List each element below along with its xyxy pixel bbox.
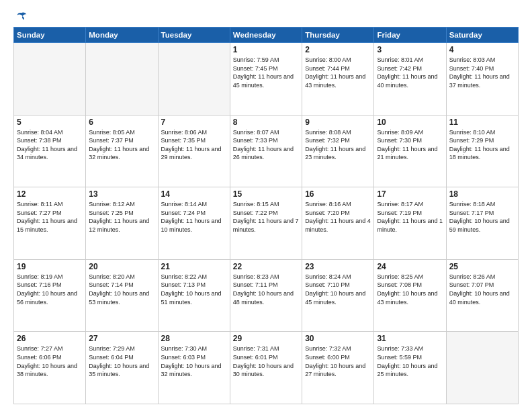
day-info: Sunrise: 7:33 AM Sunset: 5:59 PM Dayligh… (377, 345, 443, 378)
calendar-cell: 10Sunrise: 8:09 AM Sunset: 7:30 PM Dayli… (374, 115, 446, 187)
day-number: 12 (17, 189, 83, 199)
day-info: Sunrise: 8:17 AM Sunset: 7:19 PM Dayligh… (377, 200, 443, 234)
day-info: Sunrise: 8:24 AM Sunset: 7:10 PM Dayligh… (305, 273, 371, 306)
day-number: 14 (161, 189, 227, 199)
day-number: 11 (449, 118, 515, 127)
calendar-cell: 3Sunrise: 8:01 AM Sunset: 7:42 PM Daylig… (374, 43, 446, 116)
week-row-0: 1Sunrise: 7:59 AM Sunset: 7:45 PM Daylig… (14, 43, 519, 116)
day-info: Sunrise: 8:22 AM Sunset: 7:13 PM Dayligh… (161, 273, 227, 306)
calendar-cell: 23Sunrise: 8:24 AM Sunset: 7:10 PM Dayli… (302, 259, 374, 332)
day-header-thursday: Thursday (302, 28, 374, 43)
calendar-cell: 15Sunrise: 8:15 AM Sunset: 7:22 PM Dayli… (230, 187, 302, 260)
day-header-tuesday: Tuesday (158, 28, 230, 43)
day-header-wednesday: Wednesday (230, 28, 302, 43)
calendar-cell: 25Sunrise: 8:26 AM Sunset: 7:07 PM Dayli… (446, 259, 518, 332)
calendar-cell: 9Sunrise: 8:08 AM Sunset: 7:32 PM Daylig… (302, 115, 374, 187)
day-number: 23 (305, 262, 371, 271)
calendar-cell: 16Sunrise: 8:16 AM Sunset: 7:20 PM Dayli… (302, 187, 374, 260)
calendar-cell: 4Sunrise: 8:03 AM Sunset: 7:40 PM Daylig… (446, 43, 518, 116)
day-info: Sunrise: 8:25 AM Sunset: 7:08 PM Dayligh… (377, 273, 443, 306)
day-number: 22 (233, 262, 299, 271)
day-header-friday: Friday (374, 28, 446, 43)
calendar-cell: 5Sunrise: 8:04 AM Sunset: 7:38 PM Daylig… (14, 115, 86, 187)
day-number: 3 (377, 45, 443, 54)
day-number: 18 (449, 189, 515, 199)
day-number: 15 (233, 189, 299, 199)
calendar-cell: 14Sunrise: 8:14 AM Sunset: 7:24 PM Dayli… (158, 187, 230, 260)
calendar-cell: 29Sunrise: 7:31 AM Sunset: 6:01 PM Dayli… (230, 332, 302, 404)
day-info: Sunrise: 8:00 AM Sunset: 7:44 PM Dayligh… (305, 56, 371, 89)
day-info: Sunrise: 8:23 AM Sunset: 7:11 PM Dayligh… (233, 273, 299, 306)
day-number: 7 (161, 118, 227, 127)
calendar-cell: 30Sunrise: 7:32 AM Sunset: 6:00 PM Dayli… (302, 332, 374, 404)
day-header-monday: Monday (86, 28, 158, 43)
day-number: 24 (377, 262, 443, 271)
calendar-cell (14, 43, 86, 116)
day-info: Sunrise: 8:26 AM Sunset: 7:07 PM Dayligh… (449, 273, 515, 306)
day-number: 9 (305, 118, 371, 127)
day-number: 25 (449, 262, 515, 271)
day-number: 1 (233, 45, 299, 54)
day-info: Sunrise: 8:14 AM Sunset: 7:24 PM Dayligh… (161, 200, 227, 234)
day-number: 20 (89, 262, 154, 271)
calendar-cell: 18Sunrise: 8:18 AM Sunset: 7:17 PM Dayli… (446, 187, 518, 260)
logo (13, 11, 27, 21)
day-number: 10 (377, 118, 443, 127)
day-number: 13 (89, 189, 154, 199)
day-number: 4 (449, 45, 515, 54)
calendar-cell: 31Sunrise: 7:33 AM Sunset: 5:59 PM Dayli… (374, 332, 446, 404)
day-number: 2 (305, 45, 371, 54)
day-number: 27 (89, 334, 154, 343)
day-number: 21 (161, 262, 227, 271)
calendar-cell: 11Sunrise: 8:10 AM Sunset: 7:29 PM Dayli… (446, 115, 518, 187)
day-info: Sunrise: 8:19 AM Sunset: 7:16 PM Dayligh… (17, 273, 83, 306)
day-number: 19 (17, 262, 83, 271)
day-number: 17 (377, 189, 443, 199)
calendar-cell: 28Sunrise: 7:30 AM Sunset: 6:03 PM Dayli… (158, 332, 230, 404)
day-info: Sunrise: 7:31 AM Sunset: 6:01 PM Dayligh… (233, 345, 299, 378)
calendar-header-row: SundayMondayTuesdayWednesdayThursdayFrid… (14, 28, 519, 43)
day-info: Sunrise: 7:29 AM Sunset: 6:04 PM Dayligh… (89, 345, 154, 378)
day-info: Sunrise: 8:10 AM Sunset: 7:29 PM Dayligh… (449, 128, 515, 162)
calendar-cell: 19Sunrise: 8:19 AM Sunset: 7:16 PM Dayli… (14, 259, 86, 332)
day-info: Sunrise: 8:09 AM Sunset: 7:30 PM Dayligh… (377, 128, 443, 162)
day-info: Sunrise: 8:15 AM Sunset: 7:22 PM Dayligh… (233, 200, 299, 234)
day-number: 30 (305, 334, 371, 343)
day-header-sunday: Sunday (14, 28, 86, 43)
header (13, 11, 519, 21)
day-info: Sunrise: 7:27 AM Sunset: 6:06 PM Dayligh… (17, 345, 83, 378)
calendar-cell: 26Sunrise: 7:27 AM Sunset: 6:06 PM Dayli… (14, 332, 86, 404)
calendar-cell: 2Sunrise: 8:00 AM Sunset: 7:44 PM Daylig… (302, 43, 374, 116)
calendar-cell: 1Sunrise: 7:59 AM Sunset: 7:45 PM Daylig… (230, 43, 302, 116)
day-number: 26 (17, 334, 83, 343)
day-info: Sunrise: 8:11 AM Sunset: 7:27 PM Dayligh… (17, 200, 83, 234)
week-row-1: 5Sunrise: 8:04 AM Sunset: 7:38 PM Daylig… (14, 115, 519, 187)
day-info: Sunrise: 8:05 AM Sunset: 7:37 PM Dayligh… (89, 128, 154, 162)
day-info: Sunrise: 7:30 AM Sunset: 6:03 PM Dayligh… (161, 345, 227, 378)
week-row-2: 12Sunrise: 8:11 AM Sunset: 7:27 PM Dayli… (14, 187, 519, 260)
day-info: Sunrise: 8:16 AM Sunset: 7:20 PM Dayligh… (305, 200, 371, 234)
week-row-3: 19Sunrise: 8:19 AM Sunset: 7:16 PM Dayli… (14, 259, 519, 332)
calendar-cell: 6Sunrise: 8:05 AM Sunset: 7:37 PM Daylig… (86, 115, 158, 187)
day-info: Sunrise: 8:12 AM Sunset: 7:25 PM Dayligh… (89, 200, 154, 234)
page: SundayMondayTuesdayWednesdayThursdayFrid… (0, 0, 532, 411)
calendar-cell (446, 332, 518, 404)
day-info: Sunrise: 7:32 AM Sunset: 6:00 PM Dayligh… (305, 345, 371, 378)
calendar-cell: 17Sunrise: 8:17 AM Sunset: 7:19 PM Dayli… (374, 187, 446, 260)
logo-bird-icon (16, 11, 27, 21)
day-info: Sunrise: 8:18 AM Sunset: 7:17 PM Dayligh… (449, 200, 515, 234)
calendar-table: SundayMondayTuesdayWednesdayThursdayFrid… (13, 27, 519, 404)
calendar-cell: 27Sunrise: 7:29 AM Sunset: 6:04 PM Dayli… (86, 332, 158, 404)
day-number: 16 (305, 189, 371, 199)
day-info: Sunrise: 8:03 AM Sunset: 7:40 PM Dayligh… (449, 56, 515, 89)
day-number: 5 (17, 118, 83, 127)
calendar-cell: 12Sunrise: 8:11 AM Sunset: 7:27 PM Dayli… (14, 187, 86, 260)
calendar-cell: 7Sunrise: 8:06 AM Sunset: 7:35 PM Daylig… (158, 115, 230, 187)
calendar-cell: 22Sunrise: 8:23 AM Sunset: 7:11 PM Dayli… (230, 259, 302, 332)
day-info: Sunrise: 7:59 AM Sunset: 7:45 PM Dayligh… (233, 56, 299, 89)
calendar-cell: 20Sunrise: 8:20 AM Sunset: 7:14 PM Dayli… (86, 259, 158, 332)
week-row-4: 26Sunrise: 7:27 AM Sunset: 6:06 PM Dayli… (14, 332, 519, 404)
day-number: 6 (89, 118, 154, 127)
day-info: Sunrise: 8:01 AM Sunset: 7:42 PM Dayligh… (377, 56, 443, 89)
day-number: 31 (377, 334, 443, 343)
